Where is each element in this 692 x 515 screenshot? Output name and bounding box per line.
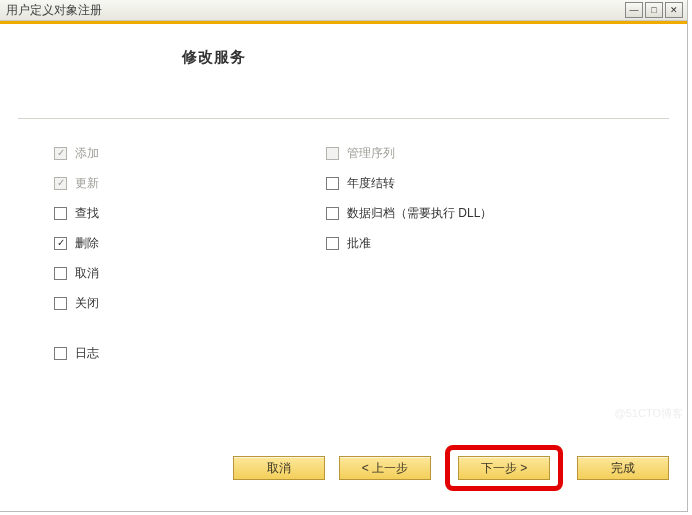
check-icon: ✓ bbox=[57, 238, 65, 248]
left-column: ✓ 添加 ✓ 更新 查找 ✓ 删除 取消 关闭 bbox=[54, 138, 99, 368]
checkbox-cancel-label: 取消 bbox=[75, 265, 99, 282]
close-icon: ✕ bbox=[670, 5, 678, 15]
checkbox-close-label: 关闭 bbox=[75, 295, 99, 312]
content-area: ✓ 添加 ✓ 更新 查找 ✓ 删除 取消 关闭 bbox=[54, 138, 657, 449]
window-title: 用户定义对象注册 bbox=[6, 2, 102, 19]
maximize-button[interactable]: □ bbox=[645, 2, 663, 18]
checkbox-close[interactable]: 关闭 bbox=[54, 288, 99, 318]
next-button-highlight: 下一步 > bbox=[445, 445, 563, 491]
maximize-icon: □ bbox=[651, 5, 656, 15]
checkbox-add-box: ✓ bbox=[54, 147, 67, 160]
right-column: 管理序列 年度结转 数据归档（需要执行 DLL） 批准 bbox=[326, 138, 492, 258]
divider bbox=[18, 118, 669, 119]
checkbox-find-box[interactable] bbox=[54, 207, 67, 220]
checkbox-cancel[interactable]: 取消 bbox=[54, 258, 99, 288]
checkbox-update-label: 更新 bbox=[75, 175, 99, 192]
checkbox-update-box: ✓ bbox=[54, 177, 67, 190]
close-window-button[interactable]: ✕ bbox=[665, 2, 683, 18]
checkbox-log-box[interactable] bbox=[54, 347, 67, 360]
check-icon: ✓ bbox=[57, 148, 65, 158]
dialog-window: 用户定义对象注册 — □ ✕ 修改服务 ✓ 添加 ✓ 更新 查找 ✓ bbox=[0, 0, 688, 512]
back-button-label: < 上一步 bbox=[362, 460, 408, 477]
finish-button[interactable]: 完成 bbox=[577, 456, 669, 480]
cancel-button-label: 取消 bbox=[267, 460, 291, 477]
checkbox-log[interactable]: 日志 bbox=[54, 338, 99, 368]
checkbox-add: ✓ 添加 bbox=[54, 138, 99, 168]
checkbox-approve-label: 批准 bbox=[347, 235, 371, 252]
minimize-icon: — bbox=[630, 5, 639, 15]
checkbox-delete[interactable]: ✓ 删除 bbox=[54, 228, 99, 258]
button-bar: 取消 < 上一步 下一步 > 完成 bbox=[233, 445, 669, 491]
check-icon: ✓ bbox=[57, 178, 65, 188]
checkbox-add-label: 添加 bbox=[75, 145, 99, 162]
window-controls: — □ ✕ bbox=[625, 2, 683, 18]
checkbox-find[interactable]: 查找 bbox=[54, 198, 99, 228]
checkbox-year-transfer[interactable]: 年度结转 bbox=[326, 168, 492, 198]
titlebar: 用户定义对象注册 — □ ✕ bbox=[0, 0, 687, 21]
checkbox-archive[interactable]: 数据归档（需要执行 DLL） bbox=[326, 198, 492, 228]
checkbox-year-transfer-box[interactable] bbox=[326, 177, 339, 190]
checkbox-archive-label: 数据归档（需要执行 DLL） bbox=[347, 205, 492, 222]
checkbox-find-label: 查找 bbox=[75, 205, 99, 222]
checkbox-manage-series: 管理序列 bbox=[326, 138, 492, 168]
next-button[interactable]: 下一步 > bbox=[458, 456, 550, 480]
checkbox-approve[interactable]: 批准 bbox=[326, 228, 492, 258]
accent-line bbox=[0, 21, 687, 24]
checkbox-cancel-box[interactable] bbox=[54, 267, 67, 280]
checkbox-delete-box[interactable]: ✓ bbox=[54, 237, 67, 250]
checkbox-close-box[interactable] bbox=[54, 297, 67, 310]
checkbox-approve-box[interactable] bbox=[326, 237, 339, 250]
back-button[interactable]: < 上一步 bbox=[339, 456, 431, 480]
next-button-label: 下一步 > bbox=[481, 460, 527, 477]
checkbox-log-label: 日志 bbox=[75, 345, 99, 362]
checkbox-year-transfer-label: 年度结转 bbox=[347, 175, 395, 192]
checkbox-update: ✓ 更新 bbox=[54, 168, 99, 198]
minimize-button[interactable]: — bbox=[625, 2, 643, 18]
cancel-button[interactable]: 取消 bbox=[233, 456, 325, 480]
checkbox-archive-box[interactable] bbox=[326, 207, 339, 220]
checkbox-delete-label: 删除 bbox=[75, 235, 99, 252]
checkbox-manage-series-label: 管理序列 bbox=[347, 145, 395, 162]
page-title: 修改服务 bbox=[182, 48, 246, 67]
checkbox-manage-series-box bbox=[326, 147, 339, 160]
finish-button-label: 完成 bbox=[611, 460, 635, 477]
